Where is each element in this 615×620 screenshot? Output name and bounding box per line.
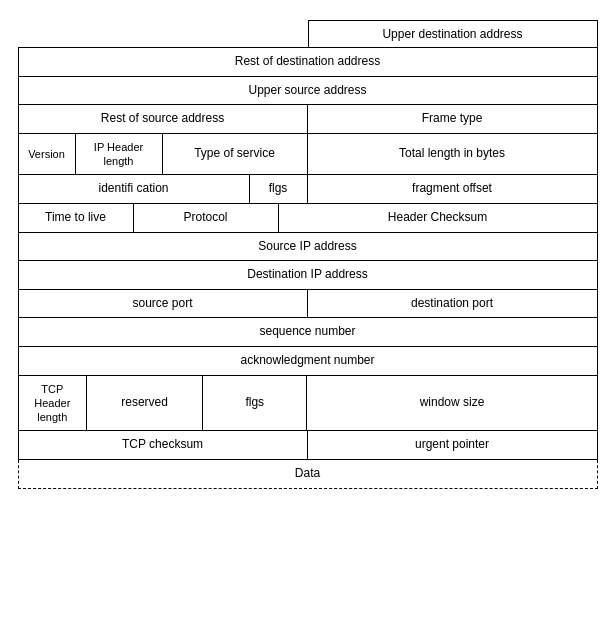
top-offset-row: Upper destination address <box>18 20 598 48</box>
upper-dest-label: Upper destination address <box>382 27 522 41</box>
tcp-checksum-cell: TCP checksum <box>18 431 308 460</box>
rest-dest-cell: Rest of destination address <box>18 47 598 77</box>
source-port-cell: source port <box>18 290 308 319</box>
tcp-header-length-cell: TCP Header length <box>18 376 88 432</box>
dest-ip-cell: Destination IP address <box>18 261 598 290</box>
dest-port-cell: destination port <box>308 290 598 319</box>
row-data: Data <box>18 460 598 489</box>
ttl-cell: Time to live <box>18 204 134 233</box>
type-of-service-cell: Type of service <box>163 134 308 176</box>
protocol-cell: Protocol <box>134 204 279 233</box>
rest-src-cell: Rest of source address <box>18 105 308 134</box>
packet-diagram: Upper destination address Rest of destin… <box>18 20 598 489</box>
seq-cell: sequence number <box>18 318 598 347</box>
row-ttl: Time to live Protocol Header Checksum <box>18 204 598 233</box>
row-identification: identifi cation flgs fragment offset <box>18 175 598 204</box>
ack-cell: acknowledgment number <box>18 347 598 376</box>
row-rest-dest: Rest of destination address <box>18 47 598 77</box>
row-rest-src: Rest of source address Frame type <box>18 105 598 134</box>
upper-src-cell: Upper source address <box>18 77 598 106</box>
frame-type-cell: Frame type <box>308 105 598 134</box>
identification-cell: identifi cation <box>18 175 250 204</box>
version-cell: Version <box>18 134 76 176</box>
fragment-offset-cell: fragment offset <box>308 175 598 204</box>
row-upper-src: Upper source address <box>18 77 598 106</box>
source-ip-cell: Source IP address <box>18 233 598 262</box>
upper-dest-cell: Upper destination address <box>308 20 598 48</box>
row-source-ip: Source IP address <box>18 233 598 262</box>
flgs1-cell: flgs <box>250 175 308 204</box>
row-ack: acknowledgment number <box>18 347 598 376</box>
row-tcp-checksum: TCP checksum urgent pointer <box>18 431 598 460</box>
flgs2-cell: flgs <box>203 376 307 432</box>
window-size-cell: window size <box>307 376 597 432</box>
total-length-cell: Total length in bytes <box>308 134 598 176</box>
row-ports: source port destination port <box>18 290 598 319</box>
data-cell: Data <box>18 460 598 489</box>
row-seq: sequence number <box>18 318 598 347</box>
row-dest-ip: Destination IP address <box>18 261 598 290</box>
header-checksum-cell: Header Checksum <box>279 204 598 233</box>
ip-header-length-cell: IP Header length <box>76 134 163 176</box>
row-version: Version IP Header length Type of service… <box>18 134 598 176</box>
row-tcp-header: TCP Header length reserved flgs window s… <box>18 376 598 432</box>
reserved-cell: reserved <box>87 376 203 432</box>
urgent-pointer-cell: urgent pointer <box>308 431 598 460</box>
